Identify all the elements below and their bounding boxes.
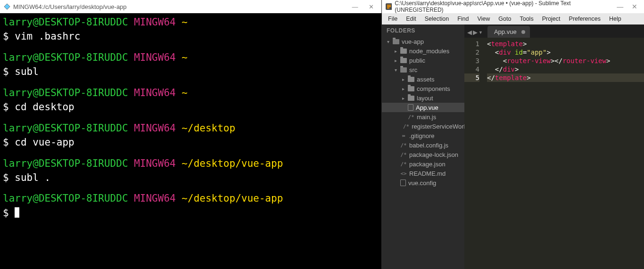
js-icon: /*: [400, 142, 407, 148]
menu-help[interactable]: Help: [605, 14, 626, 24]
editor-area: ◀ ▶ ▼ App.vue 12345 <template> <div id="…: [464, 24, 644, 269]
menu-tools[interactable]: Tools: [515, 14, 537, 24]
sublime-window: C:\Users\larry\desktop\vue-app\src\App.v…: [382, 0, 644, 269]
twisty-icon[interactable]: ▾: [393, 67, 398, 73]
tree-item-src[interactable]: ▾src: [382, 65, 464, 74]
menu-edit[interactable]: Edit: [402, 14, 421, 24]
menu-file[interactable]: File: [384, 14, 402, 24]
md-icon: <>: [400, 171, 407, 177]
tab-nav: ◀ ▶ ▼: [467, 29, 486, 38]
code-editor[interactable]: <template> <div id="app"> <router-view><…: [483, 38, 644, 269]
tree-item-app-vue[interactable]: App.vue: [382, 103, 464, 112]
tree-item--gitignore[interactable]: ≔.gitignore: [382, 131, 464, 140]
js-icon: /*: [400, 152, 407, 158]
tree-item-registerservicework[interactable]: /*registerServiceWork: [382, 122, 464, 131]
svg-marker-0: [4, 4, 10, 9]
tree-item-label: main.js: [417, 114, 436, 121]
twisty-icon[interactable]: ▸: [401, 77, 405, 82]
terminal-block: larry@DESKTOP-8IRUDDC MINGW64 ~$ subl: [3, 50, 379, 79]
minimize-button[interactable]: —: [348, 3, 362, 10]
twisty-icon[interactable]: ▸: [393, 49, 398, 54]
tree-item-package-lock-json[interactable]: /*package-lock.json: [382, 150, 464, 159]
code-line[interactable]: <template>: [487, 40, 644, 48]
close-button[interactable]: ✕: [364, 3, 378, 10]
code-line[interactable]: <div id="app">: [487, 48, 644, 57]
menu-selection[interactable]: Selection: [421, 14, 453, 24]
menu-project[interactable]: Project: [538, 14, 565, 24]
tree-item-label: App.vue: [416, 104, 438, 111]
js-icon: /*: [403, 123, 409, 130]
tree-item-label: assets: [417, 76, 435, 83]
tree-item-label: public: [409, 57, 425, 64]
tree-item-babel-config-js[interactable]: /*babel.config.js: [382, 140, 464, 150]
file-icon: [400, 179, 406, 186]
terminal-block: larry@DESKTOP-8IRUDDC MINGW64 ~$ cd desk…: [3, 86, 379, 114]
sidebar-header: FOLDERS: [382, 24, 464, 37]
tab-next-icon[interactable]: ▶: [473, 29, 478, 36]
menu-find[interactable]: Find: [453, 14, 473, 24]
sublime-icon: [386, 3, 392, 10]
svg-rect-5: [387, 8, 389, 8]
tab-app-vue[interactable]: App.vue: [487, 26, 530, 38]
code-line[interactable]: </template>: [487, 73, 644, 82]
tree-item-vue-app[interactable]: ▾vue-app: [382, 37, 464, 46]
twisty-icon[interactable]: ▸: [393, 58, 398, 63]
svg-rect-4: [387, 6, 391, 7]
tree-item-node-modules[interactable]: ▸node_modules: [382, 46, 464, 56]
minimize-button[interactable]: —: [614, 3, 626, 10]
tree-item-readme-md[interactable]: <>README.md: [382, 169, 464, 178]
tree-item-assets[interactable]: ▸assets: [382, 74, 464, 84]
folder-icon: [400, 49, 407, 54]
tree-item-layout[interactable]: ▸layout: [382, 93, 464, 103]
file-icon: [408, 104, 413, 111]
folder-tree: ▾vue-app▸node_modules▸public▾src▸assets▸…: [382, 37, 464, 187]
terminal-title: MINGW64:/c/Users/larry/desktop/vue-app: [13, 3, 127, 10]
menu-preferences[interactable]: Preferences: [565, 14, 605, 24]
sublime-menubar: FileEditSelectionFindViewGotoToolsProjec…: [382, 13, 644, 24]
tree-item-label: layout: [417, 95, 433, 102]
tree-item-label: registerServiceWork: [412, 123, 464, 130]
terminal-body[interactable]: larry@DESKTOP-8IRUDDC MINGW64 ~$ vim .ba…: [0, 13, 381, 269]
gitignore-icon: ≔: [400, 133, 407, 139]
tree-item-package-json[interactable]: /*package.json: [382, 159, 464, 169]
svg-rect-3: [387, 5, 391, 6]
menu-goto[interactable]: Goto: [494, 14, 515, 24]
tree-item-label: package-lock.json: [409, 151, 458, 158]
tab-bar: ◀ ▶ ▼ App.vue: [464, 24, 644, 38]
twisty-icon[interactable]: ▸: [401, 96, 405, 101]
folder-icon: [408, 86, 414, 91]
mingw-icon: [4, 3, 10, 10]
tree-item-label: .gitignore: [409, 132, 434, 139]
code-line[interactable]: </div>: [487, 65, 644, 73]
tree-item-vue-config[interactable]: vue.config: [382, 178, 464, 187]
tree-item-public[interactable]: ▸public: [382, 56, 464, 65]
tree-item-main-js[interactable]: /*main.js: [382, 112, 464, 122]
folder-icon: [408, 96, 414, 101]
tree-item-components[interactable]: ▸components: [382, 84, 464, 93]
tree-item-label: package.json: [409, 161, 446, 168]
tab-menu-icon[interactable]: ▼: [479, 30, 483, 35]
tab-prev-icon[interactable]: ◀: [467, 29, 472, 36]
close-button[interactable]: ✕: [628, 3, 640, 10]
tree-item-label: vue.config: [408, 179, 436, 187]
menu-view[interactable]: View: [473, 14, 494, 24]
tree-item-label: components: [417, 85, 450, 92]
js-icon: /*: [400, 161, 407, 167]
terminal-block: larry@DESKTOP-8IRUDDC MINGW64 ~/desktop$…: [3, 121, 379, 150]
terminal-titlebar[interactable]: MINGW64:/c/Users/larry/desktop/vue-app —…: [0, 0, 381, 13]
tree-item-label: node_modules: [409, 48, 449, 55]
sublime-title: C:\Users\larry\desktop\vue-app\src\App.v…: [395, 0, 609, 13]
tree-item-label: src: [409, 66, 417, 73]
code-area: 12345 <template> <div id="app"> <router-…: [464, 38, 644, 269]
folder-open-icon: [400, 67, 407, 73]
terminal-block: larry@DESKTOP-8IRUDDC MINGW64 ~$ vim .ba…: [3, 15, 379, 44]
tab-label: App.vue: [494, 28, 517, 35]
terminal-block: larry@DESKTOP-8IRUDDC MINGW64 ~/desktop/…: [3, 156, 379, 185]
code-line[interactable]: <router-view></router-view>: [487, 57, 644, 65]
twisty-icon[interactable]: ▾: [386, 39, 390, 44]
sublime-titlebar[interactable]: C:\Users\larry\desktop\vue-app\src\App.v…: [382, 0, 644, 13]
twisty-icon[interactable]: ▸: [401, 86, 405, 91]
terminal-window: MINGW64:/c/Users/larry/desktop/vue-app —…: [0, 0, 382, 269]
terminal-block: larry@DESKTOP-8IRUDDC MINGW64 ~/desktop/…: [3, 191, 379, 220]
tree-item-label: README.md: [409, 170, 446, 177]
